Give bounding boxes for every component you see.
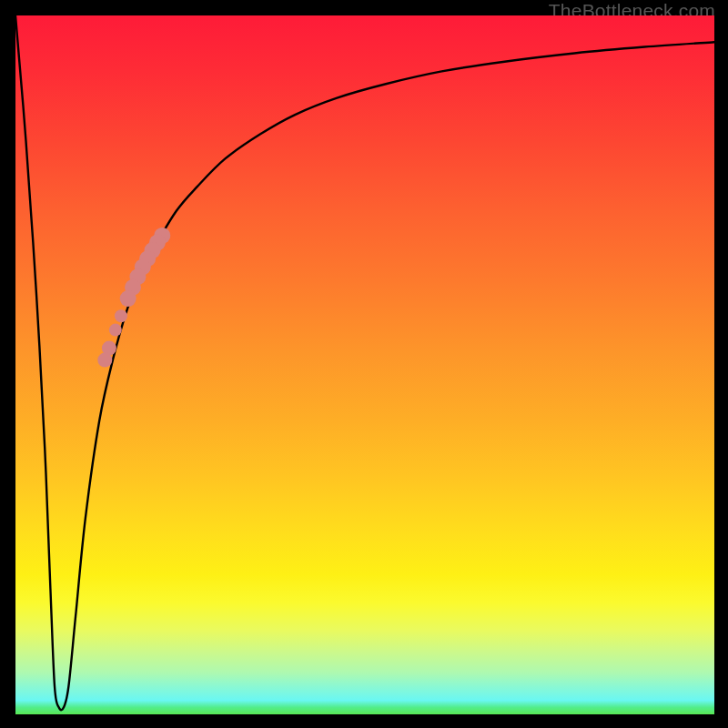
dot-low-b xyxy=(97,353,112,368)
dot-mid-b xyxy=(109,324,122,337)
marker-group xyxy=(97,228,170,368)
curve-layer xyxy=(15,15,714,714)
cluster-main-bottom xyxy=(120,290,136,307)
chart-stage: TheBottleneck.com xyxy=(0,0,728,728)
plot-area xyxy=(15,15,714,714)
bottleneck-curve xyxy=(15,15,714,710)
dot-mid-a xyxy=(115,309,127,322)
